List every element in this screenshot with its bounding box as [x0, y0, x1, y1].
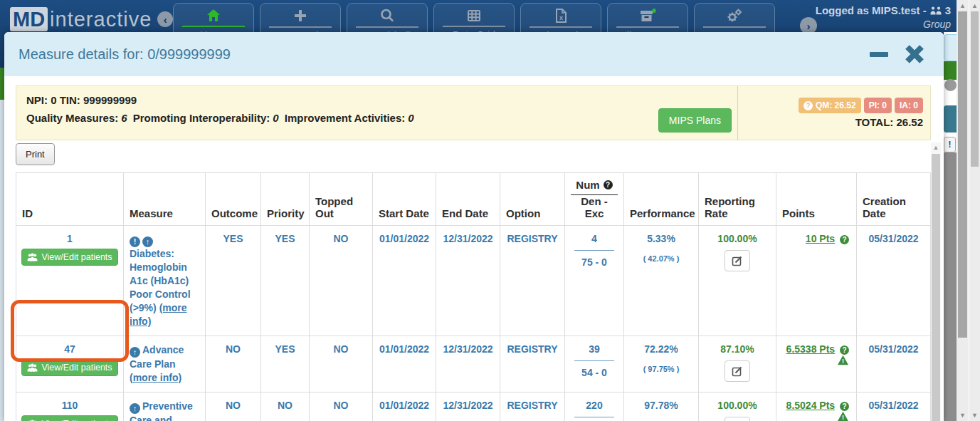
- edit-icon[interactable]: [725, 360, 750, 382]
- npi-tin-text: NPI: 0 TIN: 999999999: [26, 94, 727, 106]
- points-cell: 8.5024 Pts ? !: [776, 393, 857, 421]
- edit-icon[interactable]: [725, 417, 750, 421]
- question-icon[interactable]: ?: [804, 101, 813, 110]
- question-icon[interactable]: ?: [840, 235, 849, 244]
- pi-value: 0: [270, 112, 281, 124]
- data-grid-icon: [466, 8, 482, 23]
- tab-underline: [356, 26, 418, 28]
- ia-label: Improvement Activities:: [285, 112, 406, 124]
- numerator: 39: [574, 343, 614, 361]
- performance-alt-value: ( 97.75% ): [628, 365, 695, 373]
- ia-score-badge: IA: 0: [895, 98, 923, 113]
- topped-out-cell: NO: [310, 226, 373, 336]
- print-button[interactable]: Print: [16, 143, 55, 165]
- tab-underline: [616, 26, 679, 28]
- id-cell: 47 View/Edit patients: [16, 336, 124, 393]
- scrollbar-thumb[interactable]: [971, 11, 979, 167]
- page-behind-right-column: !: [944, 32, 957, 421]
- performance-alt-value: ( 42.07% ): [628, 254, 695, 263]
- outer-scrollbar[interactable]: ▲ ▼: [957, 0, 969, 421]
- view-edit-patients-button[interactable]: View/Edit patients: [21, 359, 117, 376]
- ia-value: 0: [405, 112, 416, 124]
- search-icon: [379, 8, 395, 24]
- option-cell: REGISTRY: [500, 336, 565, 393]
- more-info-link[interactable]: (more info): [130, 372, 181, 383]
- num-den-cell: 4 75 - 0: [565, 226, 624, 336]
- summary-panel: NPI: 0 TIN: 999999999 Quality Measures:6…: [16, 85, 931, 140]
- col-header-outcome: Outcome: [206, 173, 261, 226]
- page-behind-alert-button: !: [944, 137, 956, 152]
- points-cell: 6.5338 Pts ? !: [776, 336, 857, 393]
- group-user-count: 3: [945, 4, 951, 16]
- topped-out-cell: NO: [310, 393, 373, 421]
- topped-out-cell: NO: [310, 336, 373, 393]
- scroll-up-arrow-icon[interactable]: ▲: [931, 142, 941, 153]
- scroll-up-arrow-icon[interactable]: ▲: [957, 1, 969, 11]
- points-cell: 10 Pts ?: [776, 226, 857, 336]
- logged-as-text: Logged as MIPS.test -: [816, 4, 927, 16]
- num-label: Num: [576, 179, 599, 191]
- total-score: TOTAL: 26.52: [855, 116, 923, 128]
- col-header-topped-out: Topped Out: [310, 173, 373, 226]
- scroll-down-arrow-icon[interactable]: ▼: [969, 410, 980, 420]
- pi-label: Promoting Interoperability:: [133, 112, 270, 124]
- option-cell: REGISTRY: [500, 226, 565, 336]
- users-icon: [27, 363, 38, 372]
- edit-icon[interactable]: [725, 250, 750, 271]
- view-edit-patients-button[interactable]: View/Edit patients: [21, 249, 117, 266]
- question-icon[interactable]: ?: [840, 402, 849, 411]
- end-date-cell: 12/31/2022: [436, 393, 500, 421]
- measure-row-1: 1 View/Edit patients !↑Diabetes: Hemoglo…: [16, 226, 931, 336]
- question-icon[interactable]: ?: [840, 345, 849, 355]
- gears-icon: [726, 8, 743, 24]
- arrow-up-circle-icon[interactable]: ↑: [142, 237, 153, 247]
- creation-date-cell: 05/31/2022: [857, 393, 931, 421]
- arrow-up-circle-icon[interactable]: ↑: [130, 403, 140, 414]
- close-icon[interactable]: [904, 44, 925, 64]
- col-header-end-date: End Date: [436, 173, 500, 226]
- reporting-rate-value: 87.10%: [720, 343, 754, 355]
- warning-triangle-icon[interactable]: !: [837, 355, 849, 365]
- arrow-up-circle-icon[interactable]: ↑: [130, 347, 140, 358]
- qm-score-text: QM: 26.52: [816, 100, 856, 110]
- end-date-cell: 12/31/2022: [436, 226, 500, 336]
- modal-content-scrollbar[interactable]: ▲: [931, 142, 941, 421]
- id-cell: 1 View/Edit patients: [16, 226, 124, 336]
- question-icon[interactable]: ?: [604, 180, 613, 189]
- tab-underline: [443, 26, 505, 27]
- exclamation-circle-icon[interactable]: !: [130, 237, 140, 247]
- mips-plans-button[interactable]: MIPS Plans: [658, 108, 732, 132]
- measure-id-link[interactable]: 47: [64, 343, 75, 355]
- view-edit-patients-button[interactable]: View/Edit patients: [21, 415, 117, 421]
- table-header-row: ID Measure Outcome Priority Topped Out S…: [16, 173, 931, 226]
- reporting-rate-cell: 100.00%: [699, 393, 776, 421]
- start-date-cell: 01/01/2022: [373, 393, 436, 421]
- scrollbar-thumb[interactable]: [958, 11, 967, 338]
- minimize-icon[interactable]: [870, 52, 888, 57]
- denominator-exclusions: 225 - 0: [574, 417, 614, 421]
- modal-header: Measure details for: 0/999999999: [4, 32, 944, 76]
- points-link[interactable]: 10 Pts: [806, 233, 835, 244]
- reporting-rate-cell: 100.00%: [699, 226, 776, 336]
- col-header-start-date: Start Date: [373, 173, 436, 226]
- measure-id-link[interactable]: 110: [62, 400, 78, 411]
- qm-score-badge: ? QM: 26.52: [799, 98, 861, 113]
- warning-triangle-icon[interactable]: !: [837, 411, 849, 421]
- points-link[interactable]: 6.5338 Pts: [786, 343, 836, 355]
- scrollbar-thumb[interactable]: [932, 154, 940, 421]
- col-header-num-den: Num ? Den - Exc: [565, 173, 624, 226]
- excel-file-icon: x: [554, 8, 568, 24]
- page-behind-help-circle: [944, 79, 957, 91]
- scroll-up-arrow-icon[interactable]: ▲: [969, 1, 980, 11]
- page-behind-button-fragment: [944, 105, 957, 132]
- app-logo[interactable]: MD interactive ‹: [10, 7, 173, 31]
- scroll-down-arrow-icon[interactable]: ▼: [957, 410, 969, 420]
- pi-score-badge: PI: 0: [864, 98, 892, 113]
- measure-id-link[interactable]: 1: [67, 233, 73, 244]
- collapse-nav-chevron-left-icon[interactable]: ‹: [157, 11, 173, 27]
- group-users-icon: [930, 6, 942, 15]
- page-scrollbar[interactable]: ▲ ▼: [969, 0, 980, 421]
- points-link[interactable]: 8.5024 Pts: [786, 400, 836, 411]
- num-den-cell: 39 54 - 0: [565, 336, 624, 393]
- performance-cell: 5.33% ( 42.07% ): [624, 226, 699, 336]
